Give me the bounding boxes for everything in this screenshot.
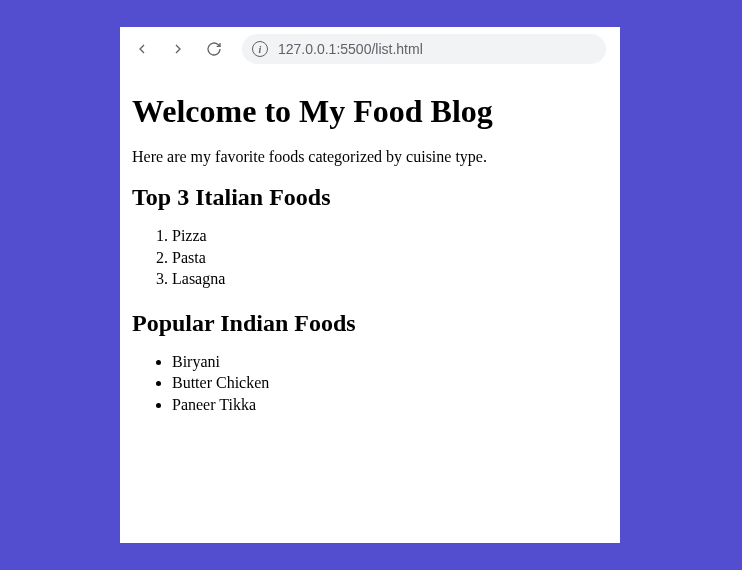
arrow-right-icon bbox=[170, 41, 186, 57]
back-button[interactable] bbox=[128, 35, 156, 63]
reload-icon bbox=[206, 41, 222, 57]
address-bar[interactable]: i 127.0.0.1:5500/list.html bbox=[242, 34, 606, 64]
page-content: Welcome to My Food Blog Here are my favo… bbox=[120, 71, 620, 450]
browser-toolbar: i 127.0.0.1:5500/list.html bbox=[120, 27, 620, 71]
intro-text: Here are my favorite foods categorized b… bbox=[132, 148, 608, 166]
browser-window: i 127.0.0.1:5500/list.html Welcome to My… bbox=[120, 27, 620, 543]
section-heading: Popular Indian Foods bbox=[132, 310, 608, 337]
reload-button[interactable] bbox=[200, 35, 228, 63]
list-item: Paneer Tikka bbox=[172, 394, 608, 416]
list-item: Pasta bbox=[172, 247, 608, 269]
list-item: Biryani bbox=[172, 351, 608, 373]
list-item: Butter Chicken bbox=[172, 372, 608, 394]
list-item: Lasagna bbox=[172, 268, 608, 290]
indian-foods-list: Biryani Butter Chicken Paneer Tikka bbox=[172, 351, 608, 416]
page-title: Welcome to My Food Blog bbox=[132, 93, 608, 130]
arrow-left-icon bbox=[134, 41, 150, 57]
forward-button[interactable] bbox=[164, 35, 192, 63]
info-icon[interactable]: i bbox=[252, 41, 268, 57]
url-text: 127.0.0.1:5500/list.html bbox=[278, 41, 423, 57]
list-item: Pizza bbox=[172, 225, 608, 247]
italian-foods-list: Pizza Pasta Lasagna bbox=[172, 225, 608, 290]
section-heading: Top 3 Italian Foods bbox=[132, 184, 608, 211]
